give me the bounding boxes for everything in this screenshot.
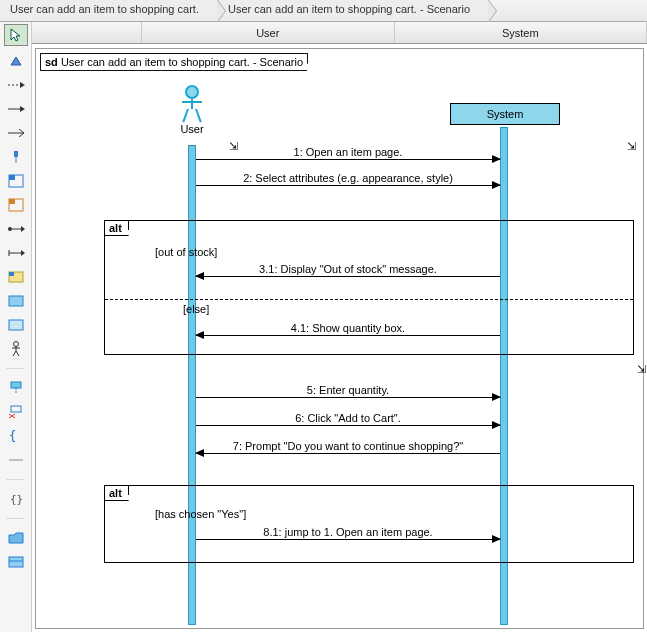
block-yellow-icon[interactable] [6, 268, 26, 286]
svg-marker-17 [21, 226, 25, 232]
arrow-inout-icon[interactable] [6, 220, 26, 238]
triangle-up-icon[interactable] [6, 52, 26, 70]
message-line [196, 185, 500, 186]
message-8-1[interactable]: 8.1: jump to 1. Open an item page. [196, 529, 500, 543]
message-5[interactable]: 5: Enter quantity. [196, 387, 500, 401]
guard-out-of-stock: [out of stock] [155, 246, 217, 258]
svg-text:{}: {} [10, 493, 23, 505]
block-light-icon[interactable] [6, 316, 26, 334]
svg-rect-39 [9, 557, 23, 567]
message-line [196, 335, 500, 336]
svg-marker-19 [21, 250, 25, 256]
cursor-tool-icon[interactable] [4, 24, 28, 46]
lane-system[interactable]: System [395, 22, 648, 43]
arrow-left-icon [195, 272, 204, 280]
message-line [196, 539, 500, 540]
message-label: 3.1: Display "Out of stock" message. [196, 263, 500, 275]
palette-toolbar: ┈┈┈ { } ┈┈┈ {} ┈┈┈ [0, 22, 32, 632]
fragment-alt-2[interactable]: alt [has chosen "Yes"] [104, 485, 634, 563]
message-1[interactable]: 1: Open an item page. [196, 149, 500, 163]
message-label: 7: Prompt "Do you want to continue shopp… [196, 440, 500, 452]
arrow-right-icon[interactable] [6, 100, 26, 118]
breadcrumb: User can add an item to shopping cart. U… [0, 0, 647, 22]
destroy-icon[interactable] [6, 403, 26, 421]
folder-icon[interactable] [6, 529, 26, 547]
braces-icon[interactable]: { } [6, 427, 26, 445]
actor-head-icon [185, 85, 199, 99]
arrow-right-icon [492, 535, 501, 543]
arrow-right-icon [492, 421, 501, 429]
frame-orange-icon[interactable] [6, 196, 26, 214]
resize-handle-icon[interactable]: ⇲ [627, 140, 636, 153]
braces-small-icon[interactable]: {} [6, 490, 26, 508]
arrow-left-icon [195, 331, 204, 339]
svg-rect-9 [14, 151, 18, 157]
svg-text:{ }: { } [9, 429, 24, 443]
message-label: 2: Select attributes (e.g. appearance, s… [196, 172, 500, 184]
block-blue-icon[interactable] [6, 292, 26, 310]
message-line [196, 453, 500, 454]
sd-title: User can add an item to shopping cart. -… [61, 56, 303, 68]
message-4-1[interactable]: 4.1: Show quantity box. [196, 325, 500, 339]
lane-user[interactable]: User [142, 22, 395, 43]
actor-icon[interactable] [6, 340, 26, 358]
separator-icon: ┈┈┈ [7, 364, 25, 373]
sd-frame-label[interactable]: sd User can add an item to shopping cart… [40, 53, 308, 71]
lane-gap [32, 22, 142, 43]
svg-rect-12 [9, 175, 15, 180]
arrow-thin-icon[interactable] [6, 124, 26, 142]
lane-headers: User System [32, 22, 647, 44]
separator-icon-2: ┈┈┈ [7, 475, 25, 484]
guard-else: [else] [183, 303, 209, 315]
arrow-right-icon [492, 155, 501, 163]
message-label: 4.1: Show quantity box. [196, 322, 500, 334]
card-icon[interactable] [6, 553, 26, 571]
svg-line-7 [19, 129, 24, 133]
breadcrumb-item-2[interactable]: User can add an item to shopping cart. -… [218, 0, 489, 21]
message-6[interactable]: 6: Click "Add to Cart". [196, 415, 500, 429]
message-line [196, 397, 500, 398]
arrow-left-icon [195, 449, 204, 457]
message-7[interactable]: 7: Prompt "Do you want to continue shopp… [196, 443, 500, 457]
lifeline-blue-icon[interactable] [6, 379, 26, 397]
arrow-return-icon[interactable] [6, 244, 26, 262]
svg-rect-30 [11, 382, 21, 388]
svg-point-25 [13, 342, 18, 347]
actor-user[interactable]: User [172, 85, 212, 135]
message-label: 6: Click "Add to Cart". [196, 412, 500, 424]
sd-prefix: sd [45, 56, 58, 68]
actor-label: User [172, 123, 212, 135]
lifeline-system[interactable]: System [450, 103, 560, 125]
svg-marker-0 [11, 29, 20, 41]
line-dashed-icon[interactable] [6, 76, 26, 94]
fragment-tag: alt [104, 485, 129, 501]
breadcrumb-item-1[interactable]: User can add an item to shopping cart. [0, 0, 218, 21]
diagram-canvas[interactable]: sd User can add an item to shopping cart… [32, 44, 647, 632]
message-label: 5: Enter quantity. [196, 384, 500, 396]
actor-legs-icon [183, 109, 201, 121]
svg-marker-5 [20, 106, 25, 112]
message-line [196, 425, 500, 426]
message-line [196, 159, 500, 160]
svg-line-28 [13, 351, 16, 356]
message-label: 1: Open an item page. [196, 146, 500, 158]
fragment-divider [105, 299, 633, 300]
resize-handle-icon[interactable]: ⇲ [637, 363, 646, 376]
svg-rect-22 [9, 272, 14, 276]
fragment-tag: alt [104, 220, 129, 236]
frame-blue-icon[interactable] [6, 172, 26, 190]
svg-rect-32 [11, 406, 21, 412]
system-label: System [487, 108, 524, 120]
message-line [196, 276, 500, 277]
message-label: 8.1: jump to 1. Open an item page. [196, 526, 500, 538]
svg-rect-23 [9, 296, 23, 306]
pin-icon[interactable] [6, 148, 26, 166]
message-3-1[interactable]: 3.1: Display "Out of stock" message. [196, 266, 500, 280]
divider-h-icon[interactable] [6, 451, 26, 469]
arrow-right-icon [492, 393, 501, 401]
message-2[interactable]: 2: Select attributes (e.g. appearance, s… [196, 175, 500, 189]
svg-marker-1 [11, 57, 21, 65]
guard-yes: [has chosen "Yes"] [155, 508, 246, 520]
svg-rect-24 [9, 320, 23, 330]
svg-point-15 [8, 227, 12, 231]
